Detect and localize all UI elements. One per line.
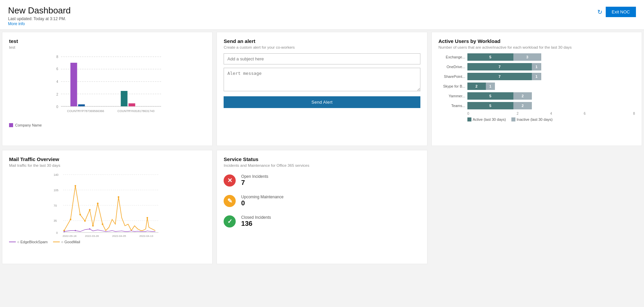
status-icon-symbol: ✕ xyxy=(227,177,232,184)
workload-label: Exchange... xyxy=(439,55,465,59)
status-icon-orange: ✎ xyxy=(224,195,236,207)
bar-active-value: 2 xyxy=(474,84,479,88)
status-label: Upcoming Maintenance xyxy=(241,195,283,199)
mail-card-subtitle: Mail traffic for the last 30 days xyxy=(9,163,205,167)
workload-row: Yammer... 5 2 xyxy=(439,92,635,100)
mail-legend: ○ EdgeBlockSpam ○ GoodMail xyxy=(9,240,205,244)
mail-card-title: Mail Traffic Overview xyxy=(9,156,205,162)
workload-label: Yammer... xyxy=(439,94,465,98)
workload-row: SharePoint... 7 1 xyxy=(439,73,635,80)
bar-inactive: 1 xyxy=(532,63,541,70)
test-card-subtitle: test xyxy=(9,45,205,49)
page-header: New Dashboard Last updated: Today at 3:1… xyxy=(0,0,644,30)
alert-card-subtitle: Create a custom alert for your co-worker… xyxy=(224,45,420,49)
bar-active-value: 5 xyxy=(488,104,493,108)
mail-chart-svg: 140 105 70 35 0 xyxy=(9,171,205,239)
svg-text:2: 2 xyxy=(56,93,58,96)
workload-label: Teams... xyxy=(439,104,465,108)
svg-text:2022-04-13: 2022-04-13 xyxy=(139,235,153,238)
svg-point-38 xyxy=(63,231,65,232)
workload-bars: 5 3 xyxy=(467,53,635,61)
svg-text:4: 4 xyxy=(56,80,58,84)
status-icon-symbol: ✓ xyxy=(227,218,232,225)
workload-bars: 7 1 xyxy=(467,63,635,70)
service-status-item: ✕ Open Incidents 7 xyxy=(224,174,420,187)
more-info-link[interactable]: More info xyxy=(8,21,71,26)
svg-point-35 xyxy=(102,223,103,225)
svg-point-39 xyxy=(75,230,76,231)
bar-active-value: 5 xyxy=(488,94,493,98)
bar-active: 5 xyxy=(467,53,514,61)
workload-row: Teams... 5 2 xyxy=(439,102,635,109)
bar-inactive-value: 2 xyxy=(520,94,525,98)
test-chart-svg: 8 6 4 2 0 xyxy=(9,53,205,120)
svg-rect-14 xyxy=(129,103,135,106)
service-status-card: Service Status Incidents and Maintenance… xyxy=(217,150,427,264)
alert-form: Send Alert xyxy=(224,53,420,108)
status-text: Closed Incidents 136 xyxy=(241,215,271,227)
workload-bars: 5 2 xyxy=(467,92,635,100)
bar-active-value: 7 xyxy=(497,74,502,79)
test-chart-legend: Company Name xyxy=(9,123,205,127)
bar-inactive-value: 2 xyxy=(520,104,525,108)
svg-text:105: 105 xyxy=(54,189,59,192)
workload-label: OneDrive... xyxy=(439,65,465,69)
svg-point-33 xyxy=(92,225,94,227)
svg-text:COUNTRYP787369566366: COUNTRYP787369566366 xyxy=(67,109,104,113)
workload-card-title: Active Users by Workload xyxy=(439,38,635,44)
exit-noc-button[interactable]: Exit NOC xyxy=(606,7,636,17)
svg-text:2022-09-18: 2022-09-18 xyxy=(62,235,77,238)
workload-x-axis: 0 2 4 6 8 xyxy=(467,112,635,115)
page-title: New Dashboard xyxy=(8,5,71,16)
bar-inactive: 2 xyxy=(513,102,532,109)
bar-inactive-value: 1 xyxy=(488,84,493,88)
svg-point-36 xyxy=(118,196,120,198)
svg-point-40 xyxy=(89,228,90,230)
workload-legend: Active (last 30 days) Inactive (last 30 … xyxy=(467,117,635,121)
test-chart-area: 8 6 4 2 0 xyxy=(9,53,205,120)
status-icon-red: ✕ xyxy=(224,174,236,187)
bar-active-value: 5 xyxy=(488,55,493,59)
service-status-item: ✓ Closed Incidents 136 xyxy=(224,215,420,227)
workload-label: SharePoint... xyxy=(439,74,465,79)
header-right: ↻ Exit NOC xyxy=(597,7,636,17)
bar-inactive-value: 1 xyxy=(534,65,539,69)
svg-point-32 xyxy=(89,209,91,211)
inactive-legend-label: Inactive (last 30 days) xyxy=(517,117,553,121)
bar-inactive: 3 xyxy=(513,53,541,61)
workload-row: OneDrive... 7 1 xyxy=(439,63,635,70)
svg-rect-13 xyxy=(121,91,128,106)
svg-text:2022-04-05: 2022-04-05 xyxy=(112,235,126,238)
alert-subject-input[interactable] xyxy=(224,53,420,64)
workload-card: Active Users by Workload Number of users… xyxy=(431,32,642,146)
mail-traffic-card: Mail Traffic Overview Mail traffic for t… xyxy=(2,150,213,264)
workload-bars: 7 1 xyxy=(467,73,635,80)
svg-text:0: 0 xyxy=(56,231,58,235)
workload-chart: Exchange... 5 3 OneDrive... 7 1 ShareP xyxy=(439,53,635,109)
legend-color-dot xyxy=(9,123,13,127)
test-card: test test 8 6 4 2 0 xyxy=(2,32,213,146)
refresh-button[interactable]: ↻ xyxy=(597,8,602,16)
status-value: 7 xyxy=(241,179,268,187)
refresh-icon: ↻ xyxy=(597,9,602,15)
svg-point-29 xyxy=(75,185,76,187)
service-card-subtitle: Incidents and Maintenance for Office 365… xyxy=(224,163,420,167)
spam-legend-line xyxy=(9,242,16,242)
svg-text:2022-03-28: 2022-03-28 xyxy=(85,235,99,238)
inactive-legend-box xyxy=(511,117,515,121)
svg-text:COUNTRYK818178631743: COUNTRYK818178631743 xyxy=(118,109,154,113)
alert-message-textarea[interactable] xyxy=(224,68,420,91)
goodmail-legend-label: ○ GoodMail xyxy=(61,240,80,244)
bar-active: 7 xyxy=(467,73,532,80)
last-updated: Last updated: Today at 3:12 PM. xyxy=(8,16,71,21)
legend-label: Company Name xyxy=(15,123,42,127)
status-text: Open Incidents 7 xyxy=(241,174,268,187)
bar-inactive: 1 xyxy=(532,73,541,80)
svg-point-31 xyxy=(84,220,86,222)
svg-rect-11 xyxy=(71,63,77,106)
send-alert-button[interactable]: Send Alert xyxy=(224,96,420,108)
bar-active: 5 xyxy=(467,102,514,109)
workload-row: Skype for B... 2 1 xyxy=(439,83,635,90)
status-value: 0 xyxy=(241,199,283,207)
empty-card xyxy=(431,150,642,264)
